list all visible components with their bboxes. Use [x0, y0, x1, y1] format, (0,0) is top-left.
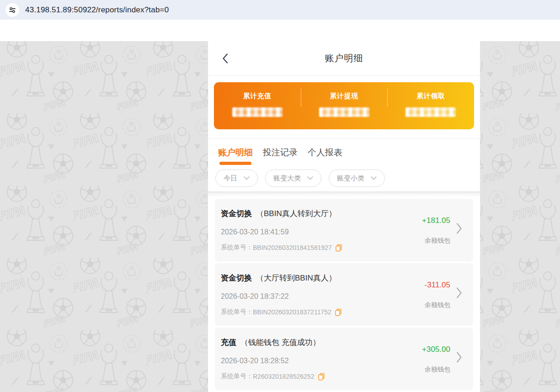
total-claim-value-masked [405, 107, 456, 117]
filters-bar: 今日 账变大类 账变小类 [208, 167, 480, 191]
chevron-right-icon [456, 222, 462, 234]
copy-order-button[interactable] [335, 308, 342, 316]
total-withdraw-value-masked [319, 107, 369, 117]
transaction-amount: +181.05 [422, 216, 450, 225]
copy-icon [335, 244, 342, 252]
transaction-row[interactable]: 充值 （钱能钱包 充值成功） 2026-03-20 18:28:52 系统单号：… [215, 328, 473, 390]
transaction-wallet: 余额钱包 [425, 366, 450, 374]
transaction-datetime: 2026-03-20 18:41:59 [221, 228, 473, 236]
total-withdraw-label: 累计提现 [301, 92, 388, 101]
site-settings-button[interactable] [5, 3, 19, 17]
browser-toolbar-gap [0, 20, 560, 41]
transaction-type: 资金切换 [221, 208, 252, 219]
filter-minor-category-dropdown[interactable]: 账变小类 [329, 170, 385, 187]
chevron-right-icon [456, 351, 462, 363]
order-number: BBIN202603201841581927 [253, 244, 332, 251]
active-tab-underline [219, 162, 251, 165]
order-number: R2603201828526252 [253, 373, 315, 380]
tab-account-detail[interactable]: 账户明细 [218, 147, 253, 167]
page-background: FIFA FIFA 账户明细 累计充值 [0, 41, 560, 392]
total-deposit-value-masked [232, 107, 283, 117]
total-deposit-col: 累计充值 [214, 82, 301, 129]
total-claim-label: 累计领取 [387, 92, 474, 101]
transaction-wallet: 余额钱包 [425, 237, 450, 245]
transaction-amount: +305.00 [422, 345, 450, 354]
order-label: 系统单号： [221, 372, 253, 381]
chevron-down-icon [244, 176, 250, 180]
copy-order-button[interactable] [335, 244, 342, 252]
transaction-type: 充值 [221, 337, 236, 348]
order-number: BBIN202603201837211752 [253, 308, 331, 316]
transaction-wallet: 余额钱包 [425, 301, 450, 309]
transaction-detail: （钱能钱包 充值成功） [240, 337, 320, 348]
tab-label: 投注记录 [263, 148, 298, 157]
app-header: 账户明细 [208, 41, 480, 76]
account-detail-panel: 账户明细 累计充值 累计提现 累计领取 账户明细 [208, 41, 480, 392]
summary-divider [387, 89, 388, 107]
copy-order-button[interactable] [318, 373, 325, 381]
copy-icon [335, 308, 342, 316]
section-divider-shadow [208, 191, 480, 197]
tabs-bar: 账户明细 投注记录 个人报表 [208, 138, 480, 167]
filter-label: 账变大类 [273, 174, 301, 183]
total-deposit-label: 累计充值 [214, 92, 301, 101]
totals-summary-card: 累计充值 累计提现 累计领取 [214, 82, 474, 129]
transaction-row[interactable]: 资金切换 （BBIN真人转到大厅） 2026-03-20 18:41:59 系统… [215, 199, 473, 261]
browser-url-bar[interactable]: 43.198.51.89:50922/reports/index?tab=0 [0, 0, 560, 20]
transaction-datetime: 2026-03-20 18:37:22 [221, 292, 473, 301]
tab-label: 个人报表 [308, 148, 342, 157]
transaction-amount: -311.05 [425, 281, 450, 290]
page-title: 账户明细 [325, 52, 363, 64]
url-text[interactable]: 43.198.51.89:50922/reports/index?tab=0 [25, 5, 169, 15]
total-withdraw-col: 累计提现 [301, 82, 388, 129]
order-label: 系统单号： [221, 308, 253, 316]
chevron-left-icon [222, 53, 229, 64]
chevron-down-icon [371, 176, 377, 180]
tune-controls-icon [8, 6, 16, 14]
order-label: 系统单号： [221, 244, 253, 252]
transaction-list: 资金切换 （BBIN真人转到大厅） 2026-03-20 18:41:59 系统… [208, 197, 480, 390]
transaction-detail: （BBIN真人转到大厅） [256, 208, 336, 219]
back-button[interactable] [222, 53, 229, 64]
transaction-detail: （大厅转到BBIN真人） [256, 273, 336, 283]
chevron-right-icon [456, 287, 462, 299]
tab-bet-records[interactable]: 投注记录 [263, 147, 298, 167]
filter-major-category-dropdown[interactable]: 账变大类 [265, 170, 321, 187]
filter-label: 今日 [224, 174, 237, 183]
tab-label: 账户明细 [218, 148, 253, 157]
total-claim-col: 累计领取 [387, 82, 474, 129]
copy-icon [318, 373, 325, 381]
chevron-down-icon [307, 176, 313, 180]
filter-label: 账变小类 [337, 174, 364, 183]
filter-date-dropdown[interactable]: 今日 [215, 170, 258, 187]
summary-divider [301, 89, 301, 107]
transaction-row[interactable]: 资金切换 （大厅转到BBIN真人） 2026-03-20 18:37:22 系统… [215, 263, 473, 326]
transaction-type: 资金切换 [221, 273, 252, 283]
transaction-datetime: 2026-03-20 18:28:52 [221, 357, 473, 365]
tab-personal-report[interactable]: 个人报表 [308, 147, 342, 167]
